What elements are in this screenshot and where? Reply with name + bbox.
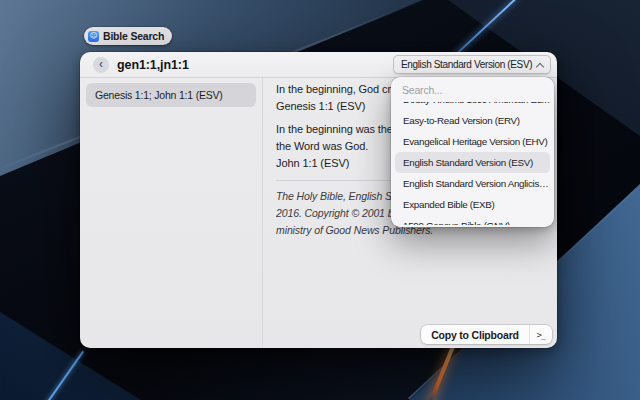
version-option[interactable]: Expanded Bible (EXB) <box>395 194 550 215</box>
bible-search-app-icon: ☺ <box>88 31 99 42</box>
chevron-up-icon <box>536 62 544 70</box>
version-option[interactable]: Douay-Rheims 1899 American Edi… <box>395 102 550 110</box>
search-placeholder: Search... <box>402 84 442 96</box>
copy-action-bar: Copy to Clipboard >_ <box>421 325 552 344</box>
version-option[interactable]: English Standard Version Anglicis… <box>395 173 550 194</box>
version-option-selected[interactable]: English Standard Version (ESV) <box>395 152 550 173</box>
sidebar-divider <box>262 78 263 348</box>
desktop: ☺ Bible Search ‹ gen1:1,jn1:1 English St… <box>0 0 640 400</box>
back-button[interactable]: ‹ <box>93 57 109 73</box>
app-title-pill: ☺ Bible Search <box>84 27 172 45</box>
version-option[interactable]: Easy-to-Read Version (ERV) <box>395 110 550 131</box>
version-option[interactable]: 1599 Geneva Bible (GNV) <box>395 215 550 225</box>
app-title-label: Bible Search <box>103 30 164 42</box>
version-search-input[interactable]: Search... <box>391 77 554 102</box>
search-input[interactable]: gen1:1,jn1:1 <box>117 57 189 73</box>
version-options-list: Douay-Rheims 1899 American Edi… Easy-to-… <box>395 102 550 225</box>
chevron-left-icon: ‹ <box>99 58 103 70</box>
version-options-scroll: Douay-Rheims 1899 American Edi… Easy-to-… <box>395 102 550 225</box>
version-dropdown-panel: Search... Douay-Rheims 1899 American Edi… <box>391 77 554 227</box>
sidebar-item-result[interactable]: Genesis 1:1; John 1:1 (ESV) <box>86 83 256 107</box>
version-option[interactable]: Evangelical Heritage Version (EHV) <box>395 131 550 152</box>
version-select-button[interactable]: English Standard Version (ESV) <box>393 55 551 74</box>
terminal-prompt-icon[interactable]: >_ <box>529 325 552 344</box>
copy-to-clipboard-button[interactable]: Copy to Clipboard <box>421 325 529 344</box>
version-select-value: English Standard Version (ESV) <box>401 59 537 70</box>
